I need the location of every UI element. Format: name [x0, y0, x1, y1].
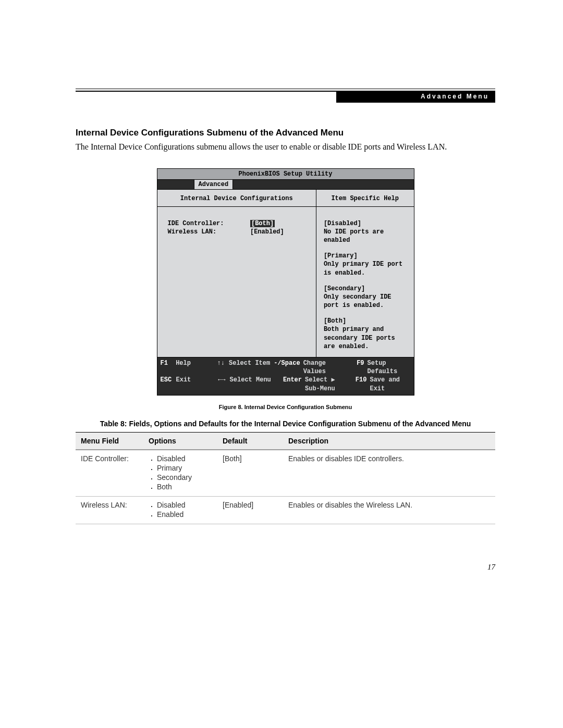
table-caption: Table 8: Fields, Options and Defaults fo… — [76, 419, 495, 428]
foot-key-updown: ↑↓ — [199, 359, 229, 376]
opt-item: Secondary — [157, 473, 212, 482]
foot-key-f9: F9 — [350, 359, 368, 376]
foot-key-esc: ESC — [161, 376, 176, 392]
th-options: Options — [143, 432, 217, 450]
bios-tab-advanced: Advanced — [194, 180, 234, 189]
cell-options: Disabled Enabled — [143, 496, 217, 524]
opt-item: Primary — [157, 464, 212, 472]
bios-utility-title: PhoenixBIOS Setup Utility — [157, 169, 414, 180]
help-primary-title: [Primary] — [324, 252, 409, 260]
ide-controller-value: [Both] — [250, 220, 275, 227]
foot-key-leftright: ←→ — [200, 376, 230, 392]
foot-lab-exit: Exit — [176, 376, 200, 392]
help-disabled-text: No IDE ports are enabled — [324, 228, 409, 244]
help-both-text: Both primary and secondary IDE ports are… — [324, 325, 409, 351]
cell-description: Enables or disables the Wireless LAN. — [283, 496, 495, 524]
cell-default: [Both] — [217, 450, 283, 497]
bios-left-title: Internal Device Configurations — [157, 190, 316, 207]
opt-item: Both — [157, 483, 212, 491]
table-row: Wireless LAN: Disabled Enabled [Enabled]… — [76, 496, 495, 524]
help-both-title: [Both] — [324, 317, 409, 325]
page-number: 17 — [487, 563, 495, 572]
opt-item: Disabled — [157, 454, 212, 463]
options-table: Menu Field Options Default Description I… — [76, 432, 495, 524]
cell-description: Enables or disables IDE controllers. — [283, 450, 495, 497]
cell-field: IDE Controller: — [76, 450, 143, 497]
foot-lab-changevalues: Change Values — [303, 359, 350, 376]
cell-options: Disabled Primary Secondary Both — [143, 450, 217, 497]
th-default: Default — [217, 432, 283, 450]
wireless-lan-label: Wireless LAN: — [168, 228, 217, 236]
foot-lab-selectitem: Select Item — [229, 359, 273, 376]
help-primary-text: Only primary IDE port is enabled. — [324, 260, 409, 277]
th-description: Description — [283, 432, 495, 450]
help-secondary-title: [Secondary] — [324, 285, 409, 293]
bios-screenshot: PhoenixBIOS Setup Utility Advanced Inter… — [157, 168, 414, 396]
wireless-lan-value: [Enabled] — [250, 228, 284, 236]
help-secondary-text: Only secondary IDE port is enabled. — [324, 293, 409, 310]
foot-lab-help: Help — [176, 359, 199, 376]
section-title: Internal Device Configurations Submenu o… — [76, 128, 495, 138]
bios-help-content: [Disabled] No IDE ports are enabled [Pri… — [316, 207, 414, 357]
bios-footer: F1 Help ↑↓ Select Item -/Space Change Va… — [157, 357, 414, 395]
figure-caption: Figure 8. Internal Device Configuration … — [76, 404, 495, 410]
cell-field: Wireless LAN: — [76, 496, 143, 524]
foot-key-f10: F10 — [352, 376, 370, 392]
foot-lab-setupdefaults: Setup Defaults — [368, 359, 411, 376]
cell-default: [Enabled] — [217, 496, 283, 524]
foot-lab-submenu: Select ▶ Sub-Menu — [305, 376, 352, 392]
bios-right-title: Item Specific Help — [316, 190, 414, 207]
foot-key-f1: F1 — [161, 359, 176, 376]
table-row: IDE Controller: Disabled Primary Seconda… — [76, 450, 495, 497]
ide-controller-label: IDE Controller: — [168, 220, 224, 227]
foot-lab-selectmenu: Select Menu — [230, 376, 274, 392]
th-menu-field: Menu Field — [76, 432, 143, 450]
foot-key-enter: Enter — [274, 376, 305, 392]
bios-tab-row: Advanced — [157, 180, 414, 189]
section-intro: The Internal Device Configurations subme… — [76, 141, 495, 153]
help-disabled-title: [Disabled] — [324, 219, 409, 228]
foot-key-space: -/Space — [273, 359, 303, 376]
header-section-label: Advanced Menu — [336, 91, 495, 103]
opt-item: Enabled — [157, 510, 212, 519]
opt-item: Disabled — [157, 501, 212, 509]
foot-lab-saveexit: Save and Exit — [370, 376, 410, 392]
